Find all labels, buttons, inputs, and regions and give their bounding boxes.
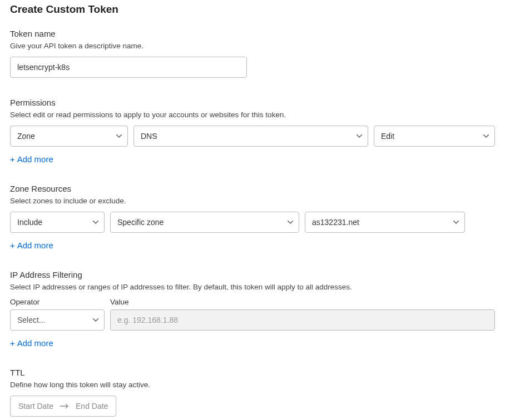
ip-filtering-heading: IP Address Filtering: [10, 270, 495, 279]
ip-operator-placeholder: Select...: [17, 316, 46, 324]
ip-filtering-section: IP Address Filtering Select IP addresses…: [10, 270, 495, 348]
ip-value-input[interactable]: [110, 309, 495, 331]
ttl-date-range-picker[interactable]: Start Date End Date: [10, 396, 116, 417]
permissions-scope-select[interactable]: Zone: [10, 126, 128, 147]
zone-scope-select[interactable]: Specific zone: [110, 212, 299, 233]
zone-name-value: as132231.net: [312, 218, 359, 227]
chevron-down-icon: [453, 219, 459, 225]
chevron-down-icon: [288, 219, 293, 225]
token-name-label: Token name: [10, 29, 495, 38]
chevron-down-icon: [93, 219, 98, 225]
plus-icon: +: [10, 338, 15, 348]
permissions-help: Select edit or read permissions to apply…: [10, 111, 495, 119]
ttl-start-date-placeholder: Start Date: [18, 402, 53, 411]
zone-resources-help: Select zones to include or exclude.: [10, 197, 495, 205]
ip-add-more-button[interactable]: + Add more: [10, 338, 53, 348]
ttl-heading: TTL: [10, 368, 495, 377]
chevron-down-icon: [116, 133, 122, 139]
token-name-section: Token name Give your API token a descrip…: [10, 29, 495, 78]
zone-scope-value: Specific zone: [117, 218, 164, 227]
zone-resources-section: Zone Resources Select zones to include o…: [10, 184, 495, 250]
add-more-label: Add more: [17, 241, 53, 250]
plus-icon: +: [10, 154, 15, 164]
page-title: Create Custom Token: [10, 3, 495, 16]
token-name-input[interactable]: [10, 57, 247, 78]
operator-label: Operator: [10, 298, 105, 306]
ttl-end-date-placeholder: End Date: [76, 402, 108, 411]
value-label: Value: [110, 298, 495, 306]
chevron-down-icon: [483, 133, 489, 139]
ip-operator-select[interactable]: Select...: [10, 309, 105, 331]
permissions-access-value: Edit: [381, 132, 394, 141]
permissions-section: Permissions Select edit or read permissi…: [10, 98, 495, 164]
permissions-scope-value: Zone: [17, 132, 35, 141]
zone-resources-heading: Zone Resources: [10, 184, 495, 193]
permissions-resource-value: DNS: [141, 132, 157, 141]
ip-filtering-help: Select IP addresses or ranges of IP addr…: [10, 283, 495, 291]
add-more-label: Add more: [17, 154, 53, 164]
zone-add-more-button[interactable]: + Add more: [10, 241, 53, 250]
zone-mode-value: Include: [17, 218, 42, 227]
zone-name-select[interactable]: as132231.net: [305, 212, 465, 233]
zone-mode-select[interactable]: Include: [10, 212, 105, 233]
permissions-access-select[interactable]: Edit: [374, 126, 495, 147]
arrow-right-icon: [60, 403, 69, 409]
permissions-heading: Permissions: [10, 98, 495, 107]
ttl-section: TTL Define how long this token will stay…: [10, 368, 495, 417]
plus-icon: +: [10, 241, 15, 250]
chevron-down-icon: [93, 317, 98, 323]
add-more-label: Add more: [17, 338, 53, 348]
permissions-add-more-button[interactable]: + Add more: [10, 154, 53, 164]
chevron-down-icon: [357, 133, 362, 139]
permissions-resource-select[interactable]: DNS: [133, 126, 368, 147]
ttl-help: Define how long this token will stay act…: [10, 381, 495, 389]
token-name-help: Give your API token a descriptive name.: [10, 42, 495, 50]
